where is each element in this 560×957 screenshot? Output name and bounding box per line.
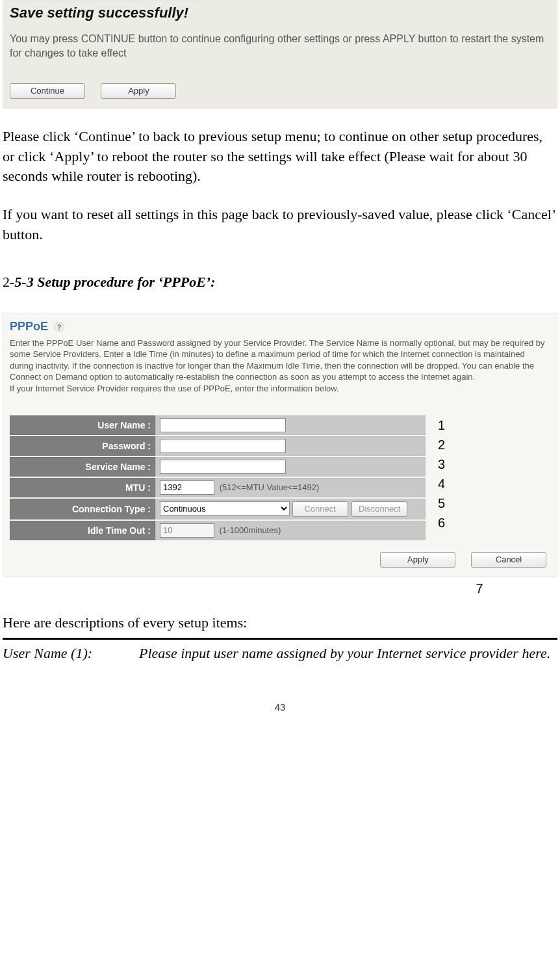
section-heading: 2-5-3 Setup procedure for ‘PPPoE’: xyxy=(3,274,557,291)
annotation-1: 1 xyxy=(438,415,445,435)
idletimeout-label: Idle Time Out : xyxy=(10,521,155,540)
panel-apply-button[interactable]: Apply xyxy=(380,552,455,568)
continue-button[interactable]: Continue xyxy=(10,83,85,99)
annotation-7: 7 xyxy=(401,581,557,596)
username-label: User Name : xyxy=(10,415,155,435)
help-icon[interactable]: ? xyxy=(54,322,64,332)
annotation-numbers: 1 2 3 4 5 6 xyxy=(438,415,445,532)
mtu-label: MTU : xyxy=(10,478,155,497)
username-input[interactable] xyxy=(160,418,286,432)
connectiontype-label: Connection Type : xyxy=(10,499,155,519)
mtu-hint: (512<=MTU Value<=1492) xyxy=(220,482,320,492)
annotation-2: 2 xyxy=(438,435,445,454)
panel-button-row: Apply Cancel xyxy=(10,552,550,568)
save-success-panel: Save setting successfully! You may press… xyxy=(3,0,557,109)
annotation-6: 6 xyxy=(438,513,445,532)
idletimeout-hint: (1-1000minutes) xyxy=(220,525,281,535)
section-number: 2 xyxy=(3,274,10,290)
instruction-paragraph-2: If you want to reset all settings in thi… xyxy=(3,205,557,245)
panel-title-text: PPPoE xyxy=(10,320,48,333)
idletimeout-input[interactable] xyxy=(160,523,214,538)
annotation-3: 3 xyxy=(438,454,445,474)
divider xyxy=(3,638,557,640)
definition-row: User Name (1): Please input user name as… xyxy=(3,644,557,663)
connect-button[interactable]: Connect xyxy=(292,501,348,517)
settings-table: User Name : Password : Service Name : MT… xyxy=(10,414,426,542)
panel-description: Enter the PPPoE User Name and Password a… xyxy=(10,337,550,395)
password-label: Password : xyxy=(10,436,155,456)
page-number: 43 xyxy=(3,701,557,713)
success-heading: Save setting successfully! xyxy=(10,5,550,21)
pppoe-panel: PPPoE ? Enter the PPPoE User Name and Pa… xyxy=(3,313,557,577)
panel-title: PPPoE ? xyxy=(10,320,550,334)
connectiontype-select[interactable]: Continuous xyxy=(160,501,290,516)
instruction-paragraph-1: Please click ‘Continue’ to back to previ… xyxy=(3,127,557,187)
password-input[interactable] xyxy=(160,439,286,453)
definition-key: User Name (1): xyxy=(3,644,139,663)
annotation-4: 4 xyxy=(438,474,445,493)
definition-value: Please input user name assigned by your … xyxy=(139,644,557,663)
apply-button[interactable]: Apply xyxy=(101,83,176,99)
mtu-input[interactable] xyxy=(160,480,214,495)
success-description: You may press CONTINUE button to continu… xyxy=(10,32,550,61)
disconnect-button[interactable]: Disconnect xyxy=(351,501,407,517)
servicename-label: Service Name : xyxy=(10,457,155,477)
panel-cancel-button[interactable]: Cancel xyxy=(471,552,546,568)
descriptions-intro: Here are descriptions of every setup ite… xyxy=(3,614,557,631)
servicename-input[interactable] xyxy=(160,460,286,474)
section-title: -5-3 Setup procedure for ‘PPPoE’: xyxy=(10,274,216,290)
annotation-5: 5 xyxy=(438,493,445,513)
